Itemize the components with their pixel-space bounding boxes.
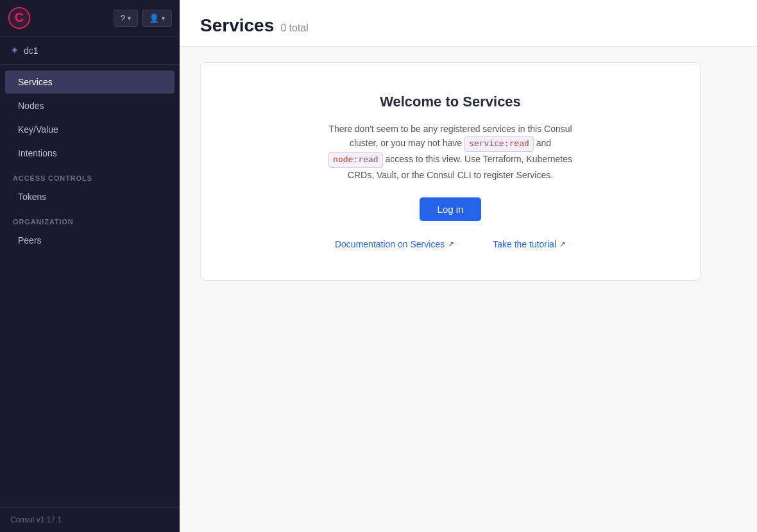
user-button[interactable]: 👤 ▾ (142, 10, 172, 27)
dc-section: ✦ dc1 (0, 37, 180, 65)
sidebar-item-peers[interactable]: Peers (5, 229, 174, 252)
tutorial-link-label: Take the tutorial (493, 239, 556, 249)
node-read-badge: node:read (328, 152, 382, 168)
help-button[interactable]: ? ▾ (114, 10, 138, 27)
user-icon: 👤 (149, 13, 159, 23)
page-title: Services (200, 15, 274, 36)
login-button[interactable]: Log in (420, 197, 482, 221)
sidebar-item-nodes-label: Nodes (18, 101, 44, 111)
welcome-links: Documentation on Services ↗ Take the tut… (335, 239, 566, 249)
sidebar-item-tokens[interactable]: Tokens (5, 185, 174, 208)
main-content-area: Services 0 total Welcome to Services The… (180, 0, 757, 532)
consul-logo-icon: C (8, 6, 31, 29)
logo-area: C (8, 6, 31, 29)
sidebar-item-intentions-label: Intentions (18, 148, 57, 158)
sidebar-item-peers-label: Peers (18, 235, 42, 245)
sidebar-nav: Services Nodes Key/Value Intentions Acce… (0, 65, 180, 507)
welcome-description: There don't seem to be any registered se… (322, 122, 579, 182)
dc-icon: ✦ (10, 44, 19, 56)
help-icon: ? (121, 13, 125, 23)
sidebar-item-intentions[interactable]: Intentions (5, 142, 174, 165)
welcome-card: Welcome to Services There don't seem to … (200, 62, 701, 281)
sidebar-item-services[interactable]: Services (5, 71, 174, 94)
dc-label: dc1 (24, 46, 38, 56)
docs-link[interactable]: Documentation on Services ↗ (335, 239, 454, 249)
help-chevron-icon: ▾ (128, 15, 131, 22)
sidebar: C ? ▾ 👤 ▾ ✦ dc1 Services Nodes Key/Value (0, 0, 180, 532)
page-count: 0 total (280, 22, 309, 34)
welcome-desc-middle: and (534, 138, 551, 148)
user-chevron-icon: ▾ (162, 15, 165, 22)
sidebar-item-keyvalue-label: Key/Value (18, 124, 58, 135)
sidebar-header: C ? ▾ 👤 ▾ (0, 0, 180, 37)
main-header: Services 0 total (180, 0, 757, 47)
sidebar-footer: Consul v1.17.1 (0, 507, 180, 532)
header-buttons: ? ▾ 👤 ▾ (114, 10, 172, 27)
svg-text:C: C (15, 10, 24, 24)
docs-external-icon: ↗ (448, 240, 454, 249)
sidebar-item-tokens-label: Tokens (18, 192, 46, 202)
service-read-badge: service:read (464, 136, 534, 152)
tutorial-link[interactable]: Take the tutorial ↗ (493, 239, 566, 249)
tutorial-external-icon: ↗ (559, 240, 566, 249)
sidebar-item-services-label: Services (18, 77, 53, 87)
consul-version-label: Consul v1.17.1 (10, 515, 62, 524)
docs-link-label: Documentation on Services (335, 239, 445, 249)
sidebar-item-nodes[interactable]: Nodes (5, 94, 174, 117)
welcome-title: Welcome to Services (380, 94, 521, 110)
access-controls-group-label: Access Controls (0, 165, 180, 185)
organization-group-label: Organization (0, 209, 180, 228)
main-body: Welcome to Services There don't seem to … (180, 47, 757, 532)
sidebar-item-keyvalue[interactable]: Key/Value (5, 118, 174, 141)
